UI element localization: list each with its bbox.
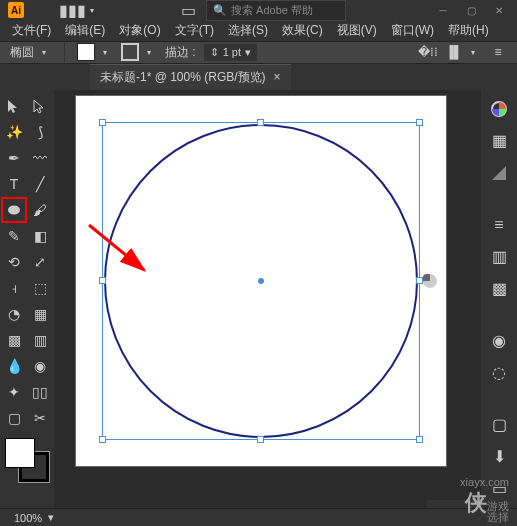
grid-icon[interactable]: �⁞⁞ xyxy=(419,43,437,61)
stroke-width-value: 1 pt xyxy=(223,46,241,58)
magic-wand-tool[interactable]: ✨ xyxy=(2,120,26,144)
selection-handle[interactable] xyxy=(257,436,264,443)
search-icon: 🔍 xyxy=(213,4,227,17)
graph-tool[interactable]: ▯▯ xyxy=(28,380,52,404)
menu-object[interactable]: 对象(O) xyxy=(113,20,166,41)
canvas[interactable] xyxy=(54,90,467,500)
graphic-styles-panel-icon[interactable]: ◌ xyxy=(488,362,510,384)
pie-widget-icon[interactable] xyxy=(423,274,437,288)
mesh-tool[interactable]: ▩ xyxy=(2,328,26,352)
selection-handle[interactable] xyxy=(99,436,106,443)
selection-handle[interactable] xyxy=(99,119,106,126)
symbol-sprayer-tool[interactable]: ✦ xyxy=(2,380,26,404)
free-transform-tool[interactable]: ⬚ xyxy=(28,276,52,300)
line-tool[interactable]: ╱ xyxy=(28,172,52,196)
app-logo: Ai xyxy=(8,2,24,18)
stepper-icon[interactable]: ⇕ xyxy=(210,46,219,59)
slice-tool[interactable]: ✂ xyxy=(28,406,52,430)
artboard[interactable] xyxy=(76,96,446,466)
toolbox: ✨⟆ ✒〰 T╱ 🖌 ✎◧ ⟲⤢ ⫞⬚ ◔▦ ▩▥ 💧◉ ✦▯▯ ▢✂ xyxy=(0,90,54,500)
gradient-panel-icon[interactable]: ▥ xyxy=(488,246,510,268)
type-tool[interactable]: T xyxy=(2,172,26,196)
selection-handle[interactable] xyxy=(416,436,423,443)
lasso-tool[interactable]: ⟆ xyxy=(28,120,52,144)
menu-icon[interactable]: ≡ xyxy=(489,43,507,61)
menu-effect[interactable]: 效果(C) xyxy=(276,20,329,41)
menu-select[interactable]: 选择(S) xyxy=(222,20,274,41)
document-tab[interactable]: 未标题-1* @ 100% (RGB/预览) × xyxy=(90,64,291,90)
svg-point-0 xyxy=(8,205,20,214)
rotate-tool[interactable]: ⟲ xyxy=(2,250,26,274)
gradient-tool[interactable]: ▥ xyxy=(28,328,52,352)
zoom-select[interactable]: 100% ▾ xyxy=(8,509,60,526)
menu-view[interactable]: 视图(V) xyxy=(331,20,383,41)
scale-tool[interactable]: ⤢ xyxy=(28,250,52,274)
menu-window[interactable]: 窗口(W) xyxy=(385,20,440,41)
blend-tool[interactable]: ◉ xyxy=(28,354,52,378)
chevron-down-icon[interactable]: ▾ xyxy=(42,48,52,57)
zoom-value: 100% xyxy=(14,512,42,524)
paintbrush-tool[interactable]: 🖌 xyxy=(28,198,52,222)
chevron-down-icon[interactable]: ▾ xyxy=(103,48,113,57)
selection-bounding-box xyxy=(102,122,420,440)
shape-builder-tool[interactable]: ◔ xyxy=(2,302,26,326)
center-point-icon xyxy=(258,278,264,284)
watermark: xiayx.com 侠游戏 xyxy=(460,476,509,518)
vertical-scrollbar[interactable] xyxy=(467,90,481,500)
document-tab-title: 未标题-1* @ 100% (RGB/预览) xyxy=(100,69,266,86)
search-placeholder: 搜索 Adobe 帮助 xyxy=(231,3,313,18)
right-panel: ▦ ≡ ▥ ▩ ◉ ◌ ▢ ⬇ ▭ xyxy=(481,90,517,500)
selection-tool[interactable] xyxy=(2,94,26,118)
layers-panel-icon[interactable]: ▢ xyxy=(488,414,510,436)
stroke-width-input[interactable]: ⇕ 1 pt ▾ xyxy=(204,44,257,61)
chevron-down-icon[interactable]: ▾ xyxy=(471,48,481,57)
arrange-docs-icon[interactable]: ▭ xyxy=(180,2,196,18)
color-guide-panel-icon[interactable] xyxy=(488,162,510,184)
swatches-panel-icon[interactable]: ▦ xyxy=(488,130,510,152)
menu-help[interactable]: 帮助(H) xyxy=(442,20,495,41)
menu-edit[interactable]: 编辑(E) xyxy=(59,20,111,41)
close-button[interactable]: ✕ xyxy=(489,4,509,16)
align-icon[interactable]: ▐▌ xyxy=(445,43,463,61)
fill-stroke-control[interactable] xyxy=(5,438,49,482)
curvature-tool[interactable]: 〰 xyxy=(28,146,52,170)
pen-tool[interactable]: ✒ xyxy=(2,146,26,170)
eraser-tool[interactable]: ◧ xyxy=(28,224,52,248)
bridge-icon[interactable]: ▮▮▮ xyxy=(64,2,80,18)
fill-swatch-big[interactable] xyxy=(5,438,35,468)
stroke-panel-icon[interactable]: ≡ xyxy=(488,214,510,236)
chevron-down-icon[interactable]: ▾ xyxy=(245,46,251,59)
maximize-button[interactable]: ▢ xyxy=(461,4,481,16)
search-input[interactable]: 🔍 搜索 Adobe 帮助 xyxy=(206,0,346,21)
asset-export-panel-icon[interactable]: ⬇ xyxy=(488,446,510,468)
selection-handle[interactable] xyxy=(99,277,106,284)
ellipse-tool[interactable] xyxy=(2,198,26,222)
minimize-button[interactable]: ─ xyxy=(433,4,453,16)
appearance-panel-icon[interactable]: ◉ xyxy=(488,330,510,352)
selection-handle[interactable] xyxy=(416,119,423,126)
direct-selection-tool[interactable] xyxy=(28,94,52,118)
perspective-tool[interactable]: ▦ xyxy=(28,302,52,326)
shape-type-label: 椭圆 xyxy=(10,44,34,61)
stroke-label: 描边 : xyxy=(165,44,196,61)
eyedropper-tool[interactable]: 💧 xyxy=(2,354,26,378)
width-tool[interactable]: ⫞ xyxy=(2,276,26,300)
horizontal-scrollbar[interactable] xyxy=(54,500,427,508)
close-icon[interactable]: × xyxy=(274,70,281,84)
menu-type[interactable]: 文字(T) xyxy=(169,20,220,41)
chevron-down-icon[interactable]: ▾ xyxy=(147,48,157,57)
chevron-down-icon[interactable]: ▾ xyxy=(48,511,54,524)
transparency-panel-icon[interactable]: ▩ xyxy=(488,278,510,300)
menu-file[interactable]: 文件(F) xyxy=(6,20,57,41)
fill-color-swatch[interactable] xyxy=(77,43,95,61)
stroke-color-swatch[interactable] xyxy=(121,43,139,61)
chevron-down-icon[interactable]: ▾ xyxy=(90,6,100,15)
selection-handle[interactable] xyxy=(257,119,264,126)
shaper-tool[interactable]: ✎ xyxy=(2,224,26,248)
artboard-tool[interactable]: ▢ xyxy=(2,406,26,430)
color-panel-icon[interactable] xyxy=(488,98,510,120)
selection-handle[interactable] xyxy=(416,277,423,284)
